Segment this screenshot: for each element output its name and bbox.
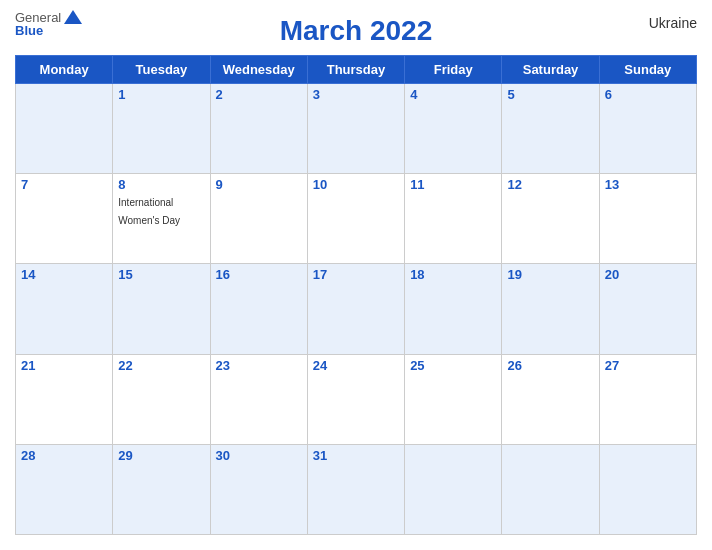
- header-wednesday: Wednesday: [210, 56, 307, 84]
- day-number: 22: [118, 358, 204, 373]
- day-number: 10: [313, 177, 399, 192]
- day-number: 28: [21, 448, 107, 463]
- day-number: 27: [605, 358, 691, 373]
- table-row: 28: [16, 444, 113, 534]
- logo-area: General Blue: [15, 10, 82, 37]
- week-row-1: 123456: [16, 84, 697, 174]
- svg-marker-0: [64, 10, 82, 24]
- day-number: 3: [313, 87, 399, 102]
- table-row: 29: [113, 444, 210, 534]
- header-thursday: Thursday: [307, 56, 404, 84]
- day-event: International Women's Day: [118, 197, 180, 226]
- table-row: 31: [307, 444, 404, 534]
- day-number: 30: [216, 448, 302, 463]
- day-number: 25: [410, 358, 496, 373]
- day-number: 1: [118, 87, 204, 102]
- weekday-header-row: Monday Tuesday Wednesday Thursday Friday…: [16, 56, 697, 84]
- day-number: 14: [21, 267, 107, 282]
- table-row: 20: [599, 264, 696, 354]
- day-number: 6: [605, 87, 691, 102]
- day-number: 29: [118, 448, 204, 463]
- calendar-table: Monday Tuesday Wednesday Thursday Friday…: [15, 55, 697, 535]
- week-row-5: 28293031: [16, 444, 697, 534]
- header-tuesday: Tuesday: [113, 56, 210, 84]
- day-number: 20: [605, 267, 691, 282]
- table-row: 26: [502, 354, 599, 444]
- table-row: 22: [113, 354, 210, 444]
- day-number: 4: [410, 87, 496, 102]
- day-number: 26: [507, 358, 593, 373]
- table-row: 9: [210, 174, 307, 264]
- day-number: 12: [507, 177, 593, 192]
- header-sunday: Sunday: [599, 56, 696, 84]
- day-number: 7: [21, 177, 107, 192]
- day-number: 11: [410, 177, 496, 192]
- table-row: [502, 444, 599, 534]
- table-row: 24: [307, 354, 404, 444]
- header-saturday: Saturday: [502, 56, 599, 84]
- day-number: 24: [313, 358, 399, 373]
- calendar-wrapper: General Blue March 2022 Ukraine Monday T…: [0, 0, 712, 550]
- logo-general: General: [15, 11, 61, 24]
- day-number: 17: [313, 267, 399, 282]
- table-row: 12: [502, 174, 599, 264]
- table-row: 14: [16, 264, 113, 354]
- day-number: 23: [216, 358, 302, 373]
- logo-icon: [64, 10, 82, 24]
- day-number: 9: [216, 177, 302, 192]
- table-row: 23: [210, 354, 307, 444]
- table-row: 19: [502, 264, 599, 354]
- table-row: 6: [599, 84, 696, 174]
- table-row: 15: [113, 264, 210, 354]
- table-row: 1: [113, 84, 210, 174]
- table-row: 27: [599, 354, 696, 444]
- table-row: 30: [210, 444, 307, 534]
- table-row: [405, 444, 502, 534]
- week-row-2: 78International Women's Day910111213: [16, 174, 697, 264]
- table-row: 10: [307, 174, 404, 264]
- day-number: 31: [313, 448, 399, 463]
- day-number: 15: [118, 267, 204, 282]
- logo-blue: Blue: [15, 24, 43, 37]
- country-label: Ukraine: [649, 15, 697, 31]
- table-row: 16: [210, 264, 307, 354]
- page-title: March 2022: [280, 15, 433, 47]
- header-monday: Monday: [16, 56, 113, 84]
- day-number: 5: [507, 87, 593, 102]
- table-row: 13: [599, 174, 696, 264]
- table-row: 7: [16, 174, 113, 264]
- week-row-3: 14151617181920: [16, 264, 697, 354]
- table-row: [16, 84, 113, 174]
- day-number: 13: [605, 177, 691, 192]
- table-row: 17: [307, 264, 404, 354]
- table-row: 18: [405, 264, 502, 354]
- week-row-4: 21222324252627: [16, 354, 697, 444]
- header-friday: Friday: [405, 56, 502, 84]
- table-row: 11: [405, 174, 502, 264]
- table-row: 25: [405, 354, 502, 444]
- table-row: [599, 444, 696, 534]
- table-row: 8International Women's Day: [113, 174, 210, 264]
- day-number: 8: [118, 177, 204, 192]
- day-number: 19: [507, 267, 593, 282]
- day-number: 18: [410, 267, 496, 282]
- table-row: 21: [16, 354, 113, 444]
- day-number: 2: [216, 87, 302, 102]
- calendar-header: General Blue March 2022 Ukraine: [15, 10, 697, 55]
- table-row: 5: [502, 84, 599, 174]
- day-number: 16: [216, 267, 302, 282]
- day-number: 21: [21, 358, 107, 373]
- table-row: 4: [405, 84, 502, 174]
- table-row: 2: [210, 84, 307, 174]
- table-row: 3: [307, 84, 404, 174]
